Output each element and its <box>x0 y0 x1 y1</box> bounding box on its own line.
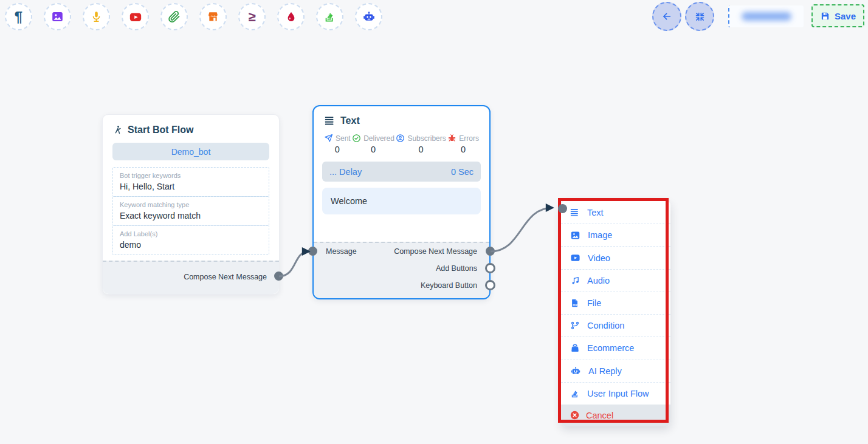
start-bot-flow-node[interactable]: Start Bot Flow Demo_bot Bot trigger keyw… <box>102 114 280 295</box>
user-input-flow-icon <box>570 389 580 398</box>
check-circle-icon <box>352 134 361 143</box>
toolbar-text-button[interactable]: ¶ <box>5 3 32 30</box>
start-node-fields: Bot trigger keywords Hi, Hello, Start Ke… <box>112 167 269 255</box>
stat-label: Sent <box>336 134 351 143</box>
message-input-handle[interactable] <box>308 247 317 256</box>
output-keyboard-button: Keyboard Button <box>314 277 489 294</box>
compose-next-output-handle[interactable] <box>486 247 495 256</box>
stat-value: 0 <box>461 145 466 154</box>
flow-name-button-redacted[interactable] <box>728 5 804 27</box>
toolbar-video-button[interactable] <box>122 3 149 30</box>
menu-item-audio[interactable]: Audio <box>561 270 670 292</box>
menu-item-label: Image <box>588 230 612 240</box>
start-output-label: Compose Next Message <box>103 262 279 293</box>
bot-name-button[interactable]: Demo_bot <box>112 143 269 160</box>
menu-item-label: Audio <box>587 276 610 285</box>
video-play-icon <box>129 10 142 24</box>
delay-label: ... Delay <box>329 167 362 177</box>
bug-icon <box>447 134 456 143</box>
field-bot-trigger-keywords[interactable]: Bot trigger keywords Hi, Hello, Start <box>112 167 269 197</box>
ai-robot-icon <box>362 10 376 24</box>
menu-item-cancel[interactable]: Cancel <box>561 405 670 426</box>
music-note-icon <box>570 276 580 285</box>
stat-label: Errors <box>459 134 479 143</box>
save-button[interactable]: Save <box>811 4 864 27</box>
field-keyword-matching-type[interactable]: Keyword matching type Exact keyword matc… <box>112 196 269 226</box>
delay-value: 0 Sec <box>451 167 474 177</box>
save-disk-icon <box>820 11 830 21</box>
ai-robot-icon <box>570 366 581 377</box>
menu-item-image[interactable]: Image <box>561 224 670 247</box>
delay-setting[interactable]: ... Delay 0 Sec <box>322 162 481 182</box>
message-stats: Sent 0 Delivered 0 Subscribers 0 <box>324 134 479 154</box>
toolbar-file-button[interactable] <box>160 3 188 30</box>
menu-item-label: Video <box>588 253 610 263</box>
start-node-title: Start Bot Flow <box>128 125 193 135</box>
keyboard-button-output-handle[interactable] <box>485 280 495 290</box>
output-add-buttons: Add Buttons <box>314 260 489 277</box>
file-pdf-icon: PDF <box>570 298 580 308</box>
menu-item-ecommerce[interactable]: Ecommerce <box>561 337 670 360</box>
branch-icon <box>570 321 580 330</box>
text-node-header: Text <box>314 106 489 130</box>
menu-item-label: Ecommerce <box>587 343 634 353</box>
text-lines-icon <box>325 115 336 126</box>
user-input-flow-icon <box>323 10 336 23</box>
menu-item-video[interactable]: Video <box>561 247 670 269</box>
shopping-bag-icon <box>570 343 580 353</box>
input-label: Message <box>326 243 357 260</box>
toolbar-drip-button[interactable] <box>277 3 305 30</box>
image-icon <box>570 230 580 241</box>
toolbar-condition-button[interactable]: ≥ <box>238 3 266 30</box>
stat-label: Delivered <box>363 134 394 143</box>
menu-item-label: File <box>587 298 601 308</box>
field-label: Add Label(s) <box>120 229 262 239</box>
flow-builder-page: ¶ ≥ <box>0 0 868 444</box>
message-text-box[interactable]: Welcome <box>322 188 481 214</box>
menu-cancel-label: Cancel <box>586 411 613 420</box>
video-play-icon <box>570 253 580 263</box>
menu-item-condition[interactable]: Condition <box>561 315 670 337</box>
text-pilcrow-icon: ¶ <box>15 10 22 24</box>
menu-item-label: AI Reply <box>588 366 622 376</box>
menu-item-label: Condition <box>587 321 624 330</box>
text-message-node[interactable]: Text Sent 0 Delivered 0 Subscri <box>312 105 491 299</box>
start-node-footer: Compose Next Message <box>103 261 279 294</box>
menu-item-label: Text <box>587 208 604 217</box>
subscriber-icon <box>396 134 405 143</box>
toolbar-ai-reply-button[interactable] <box>355 3 382 30</box>
send-icon <box>324 134 333 143</box>
field-label: Bot trigger keywords <box>120 171 262 181</box>
microphone-icon <box>90 10 103 23</box>
menu-item-file[interactable]: PDF File <box>561 292 670 315</box>
field-add-labels[interactable]: Add Label(s) demo <box>112 225 269 255</box>
menu-item-user-input-flow[interactable]: User Input Flow <box>561 383 670 405</box>
menu-item-ai-reply[interactable]: AI Reply <box>561 360 670 383</box>
fit-view-button[interactable] <box>685 2 714 31</box>
stat-sent: Sent 0 <box>324 134 351 154</box>
toolbar-image-button[interactable] <box>44 3 71 30</box>
toolbar-ecommerce-button[interactable] <box>199 3 227 30</box>
toolbar-audio-button[interactable] <box>83 3 110 30</box>
stat-value: 0 <box>335 145 340 154</box>
toolbar-user-input-flow-button[interactable] <box>316 3 343 30</box>
menu-item-label: User Input Flow <box>587 389 649 398</box>
add-buttons-output-handle[interactable] <box>485 263 495 273</box>
text-node-footer: Message Compose Next Message Add Buttons… <box>314 242 489 298</box>
stat-label: Subscribers <box>407 134 446 143</box>
walking-person-icon <box>112 125 123 135</box>
image-icon <box>51 10 64 23</box>
menu-item-text[interactable]: Text <box>561 202 670 224</box>
svg-text:PDF: PDF <box>573 304 578 307</box>
back-button[interactable] <box>652 2 681 31</box>
start-output-handle[interactable] <box>274 272 283 281</box>
field-value: Exact keyword match <box>120 210 262 222</box>
menu-input-handle[interactable] <box>558 204 567 213</box>
field-value: Hi, Hello, Start <box>120 181 262 193</box>
stat-subscribers: Subscribers 0 <box>396 134 446 154</box>
arrow-left-icon <box>661 10 673 22</box>
stat-delivered: Delivered 0 <box>352 134 394 154</box>
compress-icon <box>695 12 705 22</box>
field-label: Keyword matching type <box>120 200 262 210</box>
redacted-flow-name <box>742 12 791 21</box>
